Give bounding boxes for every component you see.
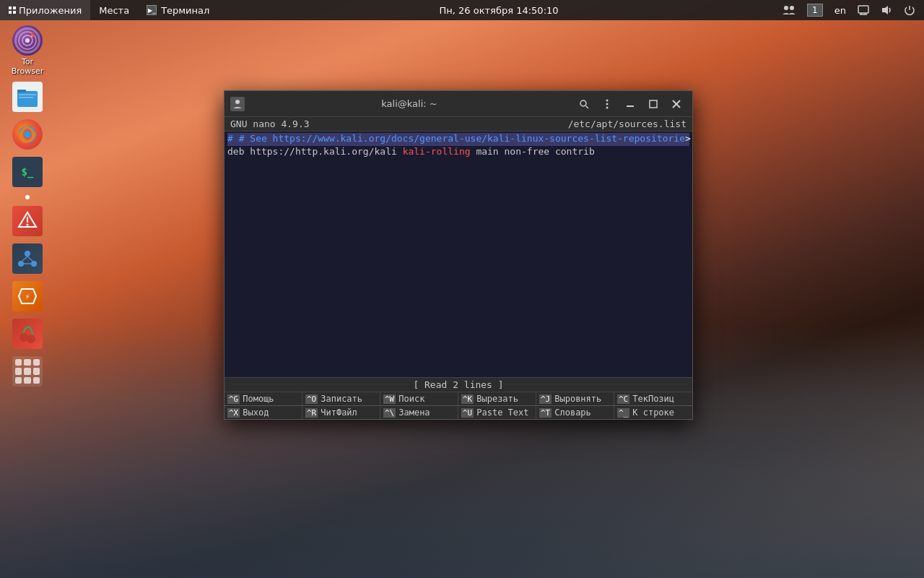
svg-point-9 (25, 38, 30, 43)
apps-grid-desktop-icon[interactable] (6, 356, 49, 388)
key-cut: ^K (461, 394, 474, 404)
taskbar-sound-icon[interactable] (878, 0, 895, 20)
taskbar-users-icon[interactable] (780, 0, 798, 20)
key-justify: ^J (539, 394, 552, 404)
nano-shortcuts-row1: ^G Помощь ^O Записать ^W Поиск ^K Выреза… (225, 392, 692, 405)
taskbar: Приложения Места ▶_ Терминал Пн, 26 октя… (0, 0, 924, 20)
tor-browser-label: Tor Browser (6, 57, 49, 76)
shortcut-readfile: ^R ЧитФайл (302, 406, 380, 419)
line2-red: kali-rolling (403, 146, 471, 157)
svg-line-11 (31, 35, 32, 37)
svg-point-36 (606, 106, 609, 108)
files-icon[interactable] (6, 82, 49, 113)
shortcut-write: ^O Записать (302, 392, 380, 405)
svg-line-25 (27, 256, 32, 261)
files-image (12, 82, 43, 112)
key-help: ^G (227, 394, 240, 404)
svg-marker-6 (882, 6, 888, 14)
firefox-icon[interactable] (6, 119, 49, 151)
label-paste: Paste Text (476, 407, 528, 418)
svg-rect-38 (650, 100, 657, 108)
svg-rect-2 (858, 6, 868, 13)
key-readfile: ^R (305, 408, 318, 418)
key-write: ^O (305, 394, 318, 404)
svg-point-10 (30, 33, 35, 38)
burp-icon[interactable] (6, 206, 49, 238)
taskbar-display-icon[interactable] (855, 0, 872, 20)
svg-line-24 (22, 256, 27, 261)
svg-point-29 (27, 335, 35, 343)
nano-shortcuts-row2: ^X Выход ^R ЧитФайл ^\ Замена ^U Paste T… (225, 405, 692, 419)
shortcut-spell: ^T Словарь (536, 406, 614, 419)
label-readfile: ЧитФайл (321, 407, 357, 418)
terminal-line-2: deb https://http.kali.org/kali kali-roll… (227, 146, 689, 159)
burp-image (12, 206, 43, 236)
svg-text:⚡: ⚡ (25, 293, 30, 301)
key-replace: ^\ (383, 408, 396, 418)
maltego-image (12, 243, 43, 274)
svg-rect-15 (19, 97, 33, 98)
tor-browser-image (12, 25, 43, 56)
svg-point-7 (19, 32, 36, 49)
terminal-content[interactable]: # # See https://www.kali.org/docs/genera… (225, 131, 692, 377)
nano-header: GNU nano 4.9.3 /etc/apt/sources.list (225, 117, 692, 131)
workspace-number: 1 (807, 4, 823, 17)
taskbar-terminal-button[interactable]: ▶_ Терминал (138, 0, 218, 20)
terminal-line-1: # # See https://www.kali.org/docs/genera… (227, 133, 689, 146)
line1-hash: # (227, 133, 239, 144)
shortcut-goto: ^_ К строке (614, 406, 692, 419)
label-replace: Замена (398, 407, 430, 418)
svg-point-20 (27, 224, 29, 226)
firefox-image (12, 119, 43, 150)
label-goto: К строке (632, 407, 674, 418)
appsgrid-image (12, 356, 43, 387)
key-spell: ^T (539, 408, 552, 418)
nano-filename: /etc/apt/sources.list (568, 118, 687, 129)
shortcut-search: ^W Поиск (380, 392, 458, 405)
terminal-close-button[interactable] (666, 94, 687, 114)
taskbar-apps-button[interactable]: Приложения (0, 0, 90, 20)
terminal-maximize-button[interactable] (643, 94, 663, 114)
label-cut: Вырезать (476, 394, 518, 404)
terminal-desktop-icon[interactable]: $_ (6, 157, 49, 189)
nano-version: GNU nano 4.9.3 (230, 118, 310, 129)
key-curpos: ^C (617, 394, 629, 404)
taskbar-power-icon[interactable] (901, 0, 918, 20)
burpsuite-icon[interactable]: ⚡ (6, 281, 49, 313)
shortcut-replace: ^\ Замена (380, 406, 458, 419)
shortcut-cut: ^K Вырезать (458, 392, 536, 405)
desktop: Приложения Места ▶_ Терминал Пн, 26 октя… (0, 0, 924, 578)
tor-browser-icon[interactable]: Tor Browser (6, 25, 49, 76)
maltego-icon[interactable] (6, 243, 49, 275)
shortcut-justify: ^J Выровнять (536, 392, 614, 405)
svg-point-17 (24, 131, 31, 138)
shortcut-curpos: ^C ТекПозиц (614, 392, 692, 405)
taskbar-places-button[interactable]: Места (90, 0, 138, 20)
dot-separator (6, 194, 49, 200)
burpsuite-image: ⚡ (12, 281, 43, 311)
svg-point-31 (235, 100, 240, 104)
key-paste: ^U (461, 408, 474, 418)
taskbar-places-label: Места (99, 5, 129, 16)
label-justify: Выровнять (554, 394, 601, 404)
line2-prefix: deb https://http.kali.org/kali (227, 146, 403, 157)
terminal-search-button[interactable] (574, 94, 594, 114)
terminal-minimize-button[interactable] (620, 94, 640, 114)
terminal-window: kali@kali: ~ (224, 90, 693, 420)
taskbar-datetime: Пн, 26 октября 14:50:10 (440, 5, 559, 16)
label-write: Записать (321, 394, 362, 404)
svg-point-23 (31, 261, 37, 267)
svg-point-21 (25, 251, 30, 256)
line1-text: # See https://www.kali.org/docs/general-… (239, 133, 685, 144)
cherry-image (12, 319, 43, 349)
terminal-menu-button[interactable] (597, 94, 617, 114)
cherry-desktop-icon[interactable] (6, 319, 49, 350)
svg-point-28 (19, 333, 28, 342)
terminal-user-icon (230, 97, 245, 111)
apps-grid-icon (9, 7, 16, 14)
terminal-titlebar: kali@kali: ~ (225, 91, 692, 117)
taskbar-lang[interactable]: en (832, 0, 849, 20)
terminal-taskbar-icon: ▶_ (147, 5, 157, 15)
workspace-indicator[interactable]: 1 (804, 0, 826, 20)
terminal-empty-space (227, 159, 689, 376)
